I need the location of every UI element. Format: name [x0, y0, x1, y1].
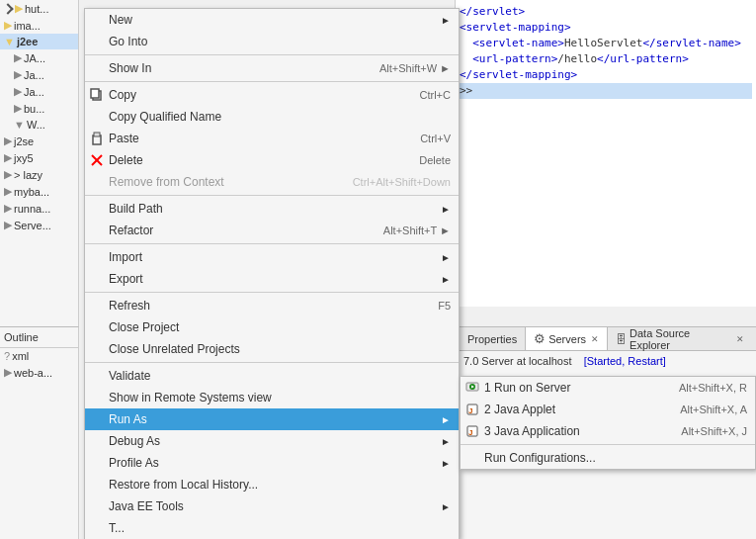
separator-2 [85, 81, 459, 82]
svg-rect-3 [94, 133, 100, 136]
separator-4 [85, 243, 459, 244]
outline-item-xml[interactable]: ? xml [0, 348, 78, 364]
project-item-hut[interactable]: ▶ hut... [0, 0, 78, 17]
submenu-arrow-debug-as: ► [441, 436, 451, 447]
project-item-serve[interactable]: ▶ Serve... [0, 217, 78, 233]
menu-item-copy-qualified[interactable]: Copy Qualified Name [85, 106, 459, 128]
code-line-1: </servlet> [460, 4, 752, 20]
submenu-separator [461, 444, 755, 445]
code-line-3: <servlet-name>HelloServlet</servlet-name… [460, 36, 752, 51]
submenu-item-java-application[interactable]: J 3 Java Application Alt+Shift+X, J [461, 420, 755, 442]
submenu-arrow-build-path: ► [441, 204, 451, 215]
code-line-6: >> [460, 83, 752, 99]
java-applet-icon: J [464, 402, 480, 417]
project-item-j2se[interactable]: ▶ j2se [0, 133, 78, 149]
submenu-arrow-new: ► [441, 15, 451, 26]
bottom-tabs: Properties ⚙ Servers ✕ 🗄 Data Source Exp… [456, 327, 756, 351]
svg-text:J: J [468, 406, 472, 415]
delete-icon [89, 152, 105, 168]
tab-data-source-explorer[interactable]: 🗄 Data Source Explorer ✕ [608, 327, 752, 350]
project-item-ima[interactable]: ▶ ima... [0, 17, 78, 34]
project-item-jxy5[interactable]: ▶ jxy5 [0, 149, 78, 166]
menu-item-show-remote[interactable]: Show in Remote Systems view [85, 387, 459, 408]
menu-item-javaee-tools[interactable]: Java EE Tools ► [85, 495, 459, 517]
outline-header: Outline [0, 327, 78, 348]
folder-item-ja3[interactable]: ▶ Ja... [0, 83, 78, 100]
menu-item-refresh[interactable]: Refresh F5 [85, 295, 459, 316]
server-entry: 7.0 Server at localhost [Started, Restar… [456, 351, 756, 371]
submenu-item-run-configurations[interactable]: Run Configurations... [461, 447, 755, 469]
menu-item-show-in[interactable]: Show In Alt+Shift+W ► [85, 57, 459, 79]
outline-item-weba[interactable]: ▶ web-a... [0, 364, 78, 381]
folder-item-ja2[interactable]: ▶ Ja... [0, 66, 78, 83]
folder-item-bu[interactable]: ▶ bu... [0, 100, 78, 117]
code-editor[interactable]: </servlet> <servlet-mapping> <servlet-na… [455, 0, 756, 307]
outline-panel: Outline ? xml ▶ web-a... [0, 326, 79, 539]
svg-text:J: J [468, 428, 472, 437]
separator-5 [85, 292, 459, 293]
paste-icon [89, 131, 105, 146]
tab-servers[interactable]: ⚙ Servers ✕ [525, 327, 608, 350]
server-started-link[interactable]: [Started, [584, 355, 626, 367]
project-item-runna[interactable]: ▶ runna... [0, 200, 78, 217]
context-menu: New ► Go Into Show In Alt+Shift+W ► Copy… [84, 8, 460, 539]
submenu-item-java-applet[interactable]: J 2 Java Applet Alt+Shift+X, A [461, 399, 755, 420]
menu-item-close-project[interactable]: Close Project [85, 316, 459, 338]
separator-6 [85, 362, 459, 363]
submenu-arrow-export: ► [441, 274, 451, 285]
menu-item-run-as[interactable]: Run As ► [85, 408, 459, 430]
menu-item-paste[interactable]: Paste Ctrl+V [85, 128, 459, 149]
submenu-arrow-run-as: ► [441, 414, 451, 425]
submenu-arrow-profile-as: ► [441, 458, 451, 469]
separator-1 [85, 54, 459, 55]
code-line-5: </servlet-mapping> [460, 67, 752, 83]
menu-item-debug-as[interactable]: Debug As ► [85, 430, 459, 452]
separator-3 [85, 195, 459, 196]
menu-item-build-path[interactable]: Build Path ► [85, 198, 459, 220]
folder-item-ja1[interactable]: ▶ JA... [0, 49, 78, 66]
server-restart-link[interactable]: Restart] [628, 355, 666, 367]
menu-item-restore-history[interactable]: Restore from Local History... [85, 474, 459, 495]
submenu-arrow-import: ► [441, 252, 451, 263]
svg-rect-1 [91, 89, 99, 98]
run-as-submenu: 1 Run on Server Alt+Shift+X, R J 2 Java … [460, 376, 756, 470]
project-item-j2ee[interactable]: ▼ j2ee [0, 34, 78, 49]
menu-item-t[interactable]: T... [85, 517, 459, 539]
menu-item-import[interactable]: Import ► [85, 246, 459, 268]
code-line-2: <servlet-mapping> [460, 20, 752, 36]
project-item-myba[interactable]: ▶ myba... [0, 183, 78, 200]
menu-item-go-into[interactable]: Go Into [85, 31, 459, 52]
menu-item-close-unrelated[interactable]: Close Unrelated Projects [85, 338, 459, 360]
submenu-item-run-on-server[interactable]: 1 Run on Server Alt+Shift+X, R [461, 377, 755, 399]
folder-item-w[interactable]: ▼ W... [0, 117, 78, 133]
copy-icon [89, 87, 105, 103]
menu-item-remove-context[interactable]: Remove from Context Ctrl+Alt+Shift+Down [85, 171, 459, 193]
menu-item-profile-as[interactable]: Profile As ► [85, 452, 459, 474]
menu-item-delete[interactable]: Delete Delete [85, 149, 459, 171]
menu-item-new[interactable]: New ► [85, 9, 459, 31]
code-line-4: <url-pattern>/hello</url-pattern> [460, 51, 752, 67]
submenu-arrow-javaee: ► [441, 501, 451, 512]
menu-item-export[interactable]: Export ► [85, 268, 459, 290]
menu-item-refactor[interactable]: Refactor Alt+Shift+T ► [85, 220, 459, 241]
project-item-lazy[interactable]: ▶ > lazy [0, 166, 78, 183]
menu-item-validate[interactable]: Validate [85, 365, 459, 387]
java-application-icon: J [464, 423, 480, 439]
run-on-server-icon [464, 380, 480, 396]
menu-item-copy[interactable]: Copy Ctrl+C [85, 84, 459, 106]
tab-properties[interactable]: Properties [460, 327, 525, 350]
